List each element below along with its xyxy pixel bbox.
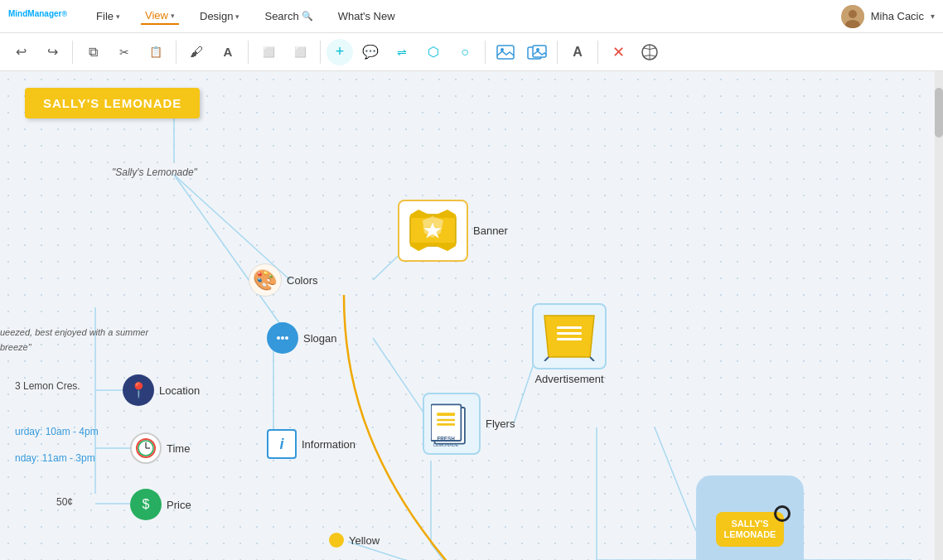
menu-whatsnew[interactable]: What's New <box>334 8 399 24</box>
tagline-text: ueezed, best enjoyed with a summer breez… <box>0 324 166 354</box>
svg-point-32 <box>281 336 284 340</box>
svg-rect-3 <box>497 46 514 59</box>
toolbar-sep-1 <box>72 41 73 64</box>
svg-line-54 <box>590 357 594 361</box>
topic-button[interactable]: ⬜ <box>254 38 283 66</box>
location-label: Location <box>159 384 200 397</box>
advertisement-node[interactable]: Advertisement <box>532 303 607 385</box>
toolbar-sep-5 <box>485 41 486 64</box>
flyers-label: Flyers <box>486 418 515 430</box>
cut-button[interactable]: ✂ <box>110 38 138 66</box>
time-node[interactable]: Time <box>130 432 190 464</box>
svg-rect-51 <box>557 332 582 335</box>
palette-icon: 🎨 <box>249 263 282 297</box>
banner-node[interactable]: Banner <box>398 200 508 262</box>
slogan-node[interactable]: Slogan <box>267 322 336 354</box>
location-icon: 📍 <box>123 374 154 406</box>
canvas[interactable]: Sally's Lemonade "Sally's Lemonade" ueez… <box>0 71 943 560</box>
yellow-dot <box>329 533 344 548</box>
address-text: 3 Lemon Cres. <box>8 378 87 393</box>
image-button[interactable] <box>491 38 520 66</box>
svg-rect-52 <box>557 338 582 340</box>
svg-text:LEMONADE: LEMONADE <box>433 442 459 447</box>
share-button[interactable] <box>636 38 664 66</box>
shape-button[interactable]: ○ <box>451 38 479 66</box>
svg-rect-50 <box>557 326 582 329</box>
flyers-node[interactable]: FRESH LEMONADE Flyers <box>423 393 515 455</box>
svg-rect-45 <box>437 418 455 421</box>
branding-node[interactable]: SALLY'SLEMONADE Branding <box>696 476 804 560</box>
titlebar: MindManager® File ▾ View ▾ Design ▾ Sear… <box>0 0 943 33</box>
location-node[interactable]: 📍 Location <box>123 374 200 406</box>
information-node[interactable]: i Information <box>267 429 355 459</box>
add-topic-button[interactable]: + <box>326 39 353 65</box>
scrollbar-track[interactable] <box>935 71 943 560</box>
subtitle-text: "Sally's Lemonade" <box>112 164 197 179</box>
svg-text:FRESH: FRESH <box>437 436 455 442</box>
titlebar-right: Miha Cacic ▾ <box>841 5 935 28</box>
advertisement-icon <box>532 303 607 369</box>
menu-file[interactable]: File ▾ <box>92 8 124 24</box>
svg-marker-40 <box>410 243 456 251</box>
toolbar-sep-4 <box>320 41 321 64</box>
app-logo[interactable]: MindManager® <box>8 9 67 24</box>
banner-label: Banner <box>473 224 508 237</box>
paste-button[interactable]: 📋 <box>142 38 170 66</box>
view-chevron: ▾ <box>171 12 175 20</box>
relationship-button[interactable]: ⇌ <box>388 38 416 66</box>
callout-button[interactable]: 💬 <box>356 38 384 66</box>
colors-top-node[interactable]: 🎨 Colors <box>249 263 318 297</box>
price-node[interactable]: $ Price <box>130 489 191 520</box>
menu-design[interactable]: Design ▾ <box>196 8 244 24</box>
svg-point-1 <box>849 10 857 18</box>
price-icon: $ <box>130 489 162 520</box>
toolbar-sep-6 <box>557 41 558 64</box>
undo-button[interactable]: ↩ <box>7 38 35 66</box>
subtopic-button[interactable]: ⬜ <box>286 38 314 66</box>
information-icon: i <box>267 429 297 459</box>
svg-rect-44 <box>437 413 455 416</box>
yellow-label: Yellow <box>349 534 380 547</box>
scrollbar-thumb[interactable] <box>935 88 943 138</box>
delete-button[interactable]: ✕ <box>604 38 632 66</box>
time2-text: nday: 11am - 3pm <box>8 450 102 465</box>
toolbar-sep-2 <box>176 41 177 64</box>
banner-title: Sally's Lemonade <box>25 88 200 118</box>
main-title-banner[interactable]: Sally's Lemonade <box>25 88 200 118</box>
user-chevron[interactable]: ▾ <box>931 12 935 21</box>
advertisement-label: Advertisement <box>534 373 603 385</box>
price-label: Price <box>167 499 191 511</box>
branding-icon: SALLY'SLEMONADE <box>696 476 804 560</box>
text-format-button[interactable]: A <box>563 38 592 66</box>
price-text: 50¢ <box>50 494 80 509</box>
file-chevron: ▾ <box>116 12 120 21</box>
time-icon <box>130 432 162 464</box>
user-name: Miha Cacic <box>871 10 924 22</box>
svg-marker-49 <box>544 316 594 357</box>
svg-line-22 <box>655 427 696 531</box>
boundary-button[interactable]: ⬡ <box>419 38 447 66</box>
yellow-node[interactable]: Yellow <box>329 533 380 548</box>
menu-view[interactable]: View ▾ <box>141 7 179 25</box>
user-avatar[interactable] <box>841 5 864 28</box>
copy-button[interactable]: ⧉ <box>79 38 107 66</box>
flyers-icon: FRESH LEMONADE <box>423 393 481 455</box>
svg-rect-6 <box>533 46 546 57</box>
menu-search[interactable]: Search 🔍 <box>260 8 317 24</box>
topic-image-button[interactable] <box>523 38 551 66</box>
svg-line-24 <box>431 543 468 560</box>
toolbar-sep-7 <box>597 41 598 64</box>
svg-rect-46 <box>437 423 455 426</box>
text-button[interactable]: A <box>214 38 242 66</box>
toolbar-sep-3 <box>248 41 249 64</box>
branding-tag: SALLY'SLEMONADE <box>716 512 785 547</box>
app-registered: ® <box>61 10 67 18</box>
colors-top-label: Colors <box>287 274 318 287</box>
redo-button[interactable]: ↪ <box>38 38 66 66</box>
time-label: Time <box>167 442 190 455</box>
svg-point-31 <box>277 336 280 340</box>
svg-line-12 <box>174 175 290 338</box>
format-paint-button[interactable]: 🖌 <box>182 38 210 66</box>
svg-line-53 <box>544 357 549 361</box>
search-icon: 🔍 <box>302 11 313 22</box>
